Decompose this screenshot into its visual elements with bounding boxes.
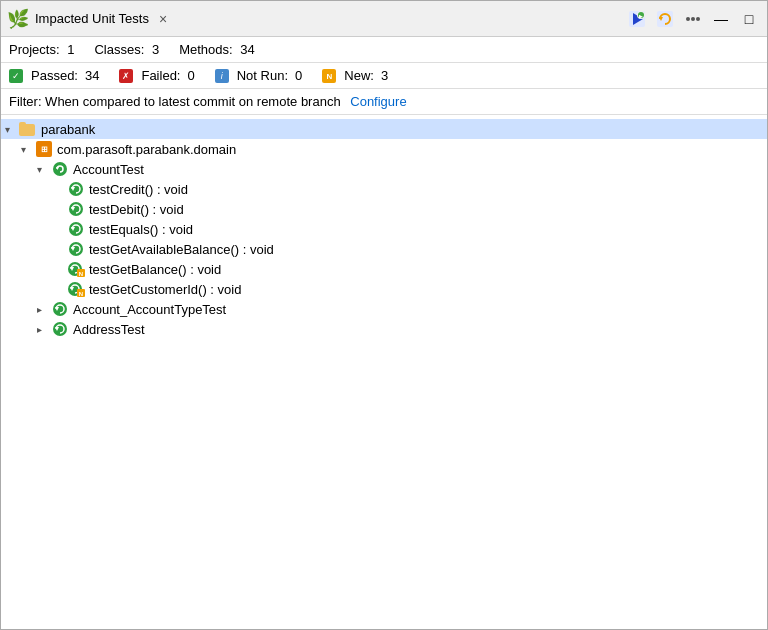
tree-item-testgetavailablebalance[interactable]: testGetAvailableBalance() : void [1,239,767,259]
new-value: 3 [381,68,388,83]
tree-item-addresstest[interactable]: AddressTest [1,319,767,339]
main-window: 🌿 Impacted Unit Tests × ▶ [0,0,768,630]
svg-point-30 [53,322,67,336]
minimize-button[interactable]: — [709,7,733,31]
testclass3-icon [51,321,69,337]
svg-point-7 [686,17,690,21]
expand-accounttest-icon[interactable] [37,164,51,175]
svg-text:N: N [79,291,83,297]
svg-point-9 [696,17,700,21]
passed-label: Passed: [31,68,78,83]
svg-point-18 [69,242,83,256]
tree-item-parabank[interactable]: parabank [1,119,767,139]
account-accounttypetest-label: Account_AccountTypeTest [73,302,226,317]
package-icon: ⊞ [35,141,53,157]
passed-status: Passed: 34 [9,68,99,83]
svg-text:▶: ▶ [639,13,643,19]
projects-label: Projects: [9,42,60,57]
project-icon [19,121,37,137]
testdebit-label: testDebit() : void [89,202,184,217]
classes-label: Classes: [94,42,144,57]
failed-value: 0 [187,68,194,83]
methods-stat: Methods: 34 [179,42,255,57]
tree-item-testcredit[interactable]: testCredit() : void [1,179,767,199]
classes-value: 3 [152,42,159,57]
title-bar: 🌿 Impacted Unit Tests × ▶ [1,1,767,37]
window-icon: 🌿 [7,8,29,30]
testclass-icon [51,161,69,177]
projects-value: 1 [67,42,74,57]
notrun-icon [215,69,229,83]
svg-point-28 [53,302,67,316]
configure-link[interactable]: Configure [350,94,406,109]
close-tab-button[interactable]: × [155,11,171,27]
run-button[interactable]: ▶ [625,7,649,31]
testclass2-icon [51,301,69,317]
rerun-button[interactable] [653,7,677,31]
testmethod-passed-icon [67,241,85,257]
svg-point-8 [691,17,695,21]
tree-item-testgetcustomerid[interactable]: N testGetCustomerId() : void [1,279,767,299]
toolbar: ▶ — □ [625,7,761,31]
status-row: Passed: 34 Failed: 0 Not Run: 0 New: 3 [1,63,767,89]
testgetavailablebalance-label: testGetAvailableBalance() : void [89,242,274,257]
passed-value: 34 [85,68,99,83]
new-icon [322,69,336,83]
projects-stat: Projects: 1 [9,42,74,57]
stats-row: Projects: 1 Classes: 3 Methods: 34 [1,37,767,63]
testmethod-new-icon: N [67,281,85,297]
notrun-status: Not Run: 0 [215,68,303,83]
testmethod-passed-icon [67,201,85,217]
expand-domain-icon[interactable] [21,144,35,155]
failed-status: Failed: 0 [119,68,194,83]
domain-label: com.parasoft.parabank.domain [57,142,236,157]
filter-row: Filter: When compared to latest commit o… [1,89,767,115]
expand-parabank-icon[interactable] [5,124,19,135]
expand-account-accounttypetest-icon[interactable] [37,304,51,315]
tree-item-accounttest[interactable]: AccountTest [1,159,767,179]
new-label: New: [344,68,374,83]
passed-icon [9,69,23,83]
filter-text: Filter: When compared to latest commit o… [9,94,341,109]
svg-point-10 [53,162,67,176]
testequals-label: testEquals() : void [89,222,193,237]
window-title: Impacted Unit Tests [35,11,149,26]
title-bar-left: 🌿 Impacted Unit Tests × [7,8,171,30]
svg-point-14 [69,202,83,216]
testmethod-new-icon: N [67,261,85,277]
svg-point-12 [69,182,83,196]
failed-icon [119,69,133,83]
methods-value: 34 [240,42,254,57]
testcredit-label: testCredit() : void [89,182,188,197]
testmethod-passed-icon [67,181,85,197]
classes-stat: Classes: 3 [94,42,159,57]
tree-panel: parabank ⊞ com.parasoft.parabank.domain … [1,115,767,343]
notrun-value: 0 [295,68,302,83]
testgetcustomerid-label: testGetCustomerId() : void [89,282,241,297]
testgetbalance-label: testGetBalance() : void [89,262,221,277]
methods-label: Methods: [179,42,232,57]
tree-item-testequals[interactable]: testEquals() : void [1,219,767,239]
notrun-label: Not Run: [237,68,288,83]
expand-addresstest-icon[interactable] [37,324,51,335]
accounttest-label: AccountTest [73,162,144,177]
svg-text:N: N [79,271,83,277]
tree-item-domain[interactable]: ⊞ com.parasoft.parabank.domain [1,139,767,159]
tree-item-testgetbalance[interactable]: N testGetBalance() : void [1,259,767,279]
more-options-button[interactable] [681,7,705,31]
new-status: New: 3 [322,68,388,83]
parabank-label: parabank [41,122,95,137]
failed-label: Failed: [141,68,180,83]
testmethod-passed-icon [67,221,85,237]
maximize-button[interactable]: □ [737,7,761,31]
tree-item-testdebit[interactable]: testDebit() : void [1,199,767,219]
svg-point-16 [69,222,83,236]
addresstest-label: AddressTest [73,322,145,337]
tree-item-account-accounttypetest[interactable]: Account_AccountTypeTest [1,299,767,319]
